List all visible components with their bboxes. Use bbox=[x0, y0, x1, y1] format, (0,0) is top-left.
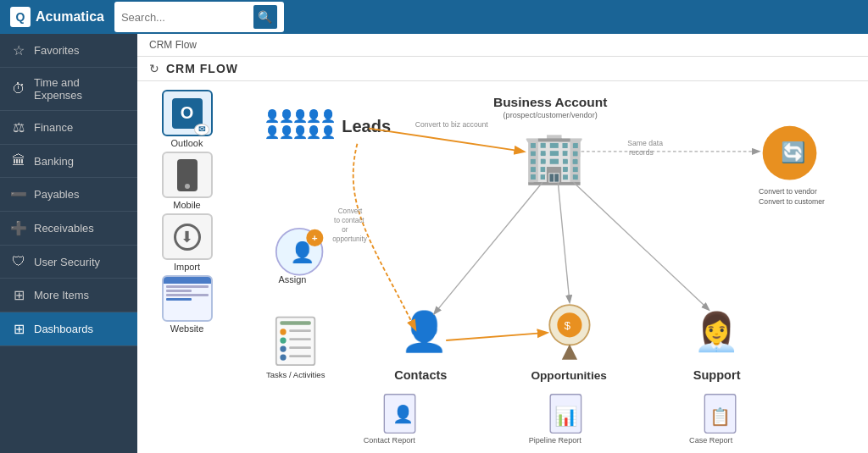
mobile-home-button bbox=[185, 184, 190, 189]
mobile-label: Mobile bbox=[173, 200, 200, 210]
convert-contact-label-1: Convert bbox=[338, 207, 363, 215]
leads-label: Leads bbox=[342, 117, 391, 135]
opportunities-label: Opportunities bbox=[531, 369, 607, 382]
page-title: CRM FLOW bbox=[166, 62, 238, 75]
search-bar: 🔍 bbox=[114, 2, 284, 32]
sidebar-label-user-security: User Security bbox=[34, 256, 100, 268]
user-security-icon: 🛡 bbox=[10, 254, 27, 269]
task-dot-2 bbox=[280, 337, 286, 343]
biz-account-title: Business Account bbox=[493, 95, 607, 109]
task-dot-1 bbox=[280, 329, 286, 334]
contact-report-label: Contact Report bbox=[364, 436, 416, 445]
task-line-4 bbox=[289, 355, 311, 357]
contacts-label: Contacts bbox=[394, 368, 447, 382]
sidebar-label-more-items: More Items bbox=[34, 289, 89, 301]
import-label: Import bbox=[174, 262, 200, 272]
sidebar-label-favorites: Favorites bbox=[34, 44, 79, 57]
task-line-2 bbox=[289, 338, 311, 340]
tasks-title-bar bbox=[280, 321, 310, 325]
convert-biz-label: Convert to biz account bbox=[415, 120, 489, 129]
banking-icon: 🏛 bbox=[10, 153, 27, 168]
import-icon: ⬇ bbox=[162, 213, 213, 260]
convert-contact-label-3: or bbox=[342, 226, 348, 234]
content-area: CRM Flow ↻ CRM FLOW O ✉ bbox=[137, 34, 868, 453]
sidebar-item-finance[interactable]: ⚖ Finance bbox=[0, 111, 137, 145]
biz-to-support-arrow bbox=[573, 182, 708, 309]
contacts-to-opps-arrow bbox=[446, 333, 546, 340]
favorites-icon: ☆ bbox=[10, 42, 27, 58]
sidebar-item-favorites[interactable]: ☆ Favorites bbox=[0, 34, 137, 68]
sidebar-item-payables[interactable]: ➖ Payables bbox=[0, 178, 137, 212]
convert-contact-label-2: to contact bbox=[334, 217, 364, 224]
biz-to-opps-arrow bbox=[558, 182, 570, 301]
vendor-label-2: Convert to customer bbox=[759, 197, 825, 206]
opp-dollar-icon: $ bbox=[565, 319, 571, 332]
payables-icon: ➖ bbox=[10, 186, 27, 202]
person-icon-5: 👤 bbox=[320, 108, 337, 124]
crm-flow-svg: 👤 👤 👤 👤 👤 👤 👤 👤 👤 👤 Leads 👤 bbox=[223, 90, 854, 445]
more-items-icon: ⊞ bbox=[10, 287, 27, 303]
sidebar-item-more-items[interactable]: ⊞ More Items bbox=[0, 279, 137, 312]
finance-icon: ⚖ bbox=[10, 119, 27, 135]
sidebar-item-time-expenses[interactable]: ⏱ Time and Expenses bbox=[0, 68, 137, 111]
person-icon-10: 👤 bbox=[320, 124, 337, 140]
sidebar-label-receivables: Receivables bbox=[34, 222, 94, 235]
support-person-icon: 👩‍💼 bbox=[693, 310, 740, 354]
outlook-icon-box[interactable]: O ✉ Outlook bbox=[151, 90, 223, 148]
assign-label: Assign bbox=[279, 274, 307, 285]
website-line-1 bbox=[166, 285, 209, 288]
search-button[interactable]: 🔍 bbox=[253, 5, 277, 29]
website-header-bar bbox=[164, 277, 211, 284]
sidebar-label-payables: Payables bbox=[34, 188, 79, 201]
import-icon-box[interactable]: ⬇ Import bbox=[151, 213, 223, 272]
download-shape: ⬇ bbox=[174, 224, 201, 251]
mobile-shape bbox=[177, 159, 198, 191]
contact-report-icon-person: 👤 bbox=[392, 404, 414, 424]
convert-contact-label-4: opportunity bbox=[332, 235, 367, 243]
sidebar-label-time-expenses: Time and Expenses bbox=[34, 76, 127, 102]
search-input[interactable] bbox=[121, 11, 248, 24]
refresh-button[interactable]: ↻ bbox=[149, 62, 159, 75]
breadcrumb: CRM Flow bbox=[137, 34, 868, 57]
left-icons-panel: O ✉ Outlook Mobile bbox=[151, 90, 223, 334]
outlook-envelope: ✉ bbox=[194, 124, 209, 135]
website-line-3 bbox=[166, 294, 209, 296]
page-header: ↻ CRM FLOW bbox=[137, 57, 868, 81]
tasks-label: Tasks / Activities bbox=[266, 370, 326, 379]
diagram-wrapper: O ✉ Outlook Mobile bbox=[151, 90, 854, 445]
outlook-icon: O ✉ bbox=[162, 90, 213, 136]
sidebar-item-receivables[interactable]: ➕ Receivables bbox=[0, 212, 137, 246]
mobile-icon-box[interactable]: Mobile bbox=[151, 152, 223, 210]
website-icon-box[interactable]: Website bbox=[151, 275, 223, 334]
website-content bbox=[164, 284, 211, 320]
sidebar-label-dashboards: Dashboards bbox=[34, 323, 93, 335]
sidebar-item-banking[interactable]: 🏛 Banking bbox=[0, 145, 137, 178]
task-dot-3 bbox=[280, 345, 286, 351]
dashboards-icon: ⊞ bbox=[10, 321, 27, 337]
website-line-2 bbox=[166, 290, 192, 292]
logo-text: Acumatica bbox=[36, 9, 104, 25]
logo-area: Q Acumatica bbox=[10, 7, 104, 27]
logo-icon: Q bbox=[10, 7, 31, 27]
task-line-3 bbox=[289, 346, 311, 349]
leads-to-biz-arrow bbox=[369, 129, 523, 152]
sidebar-item-user-security[interactable]: 🛡 User Security bbox=[0, 246, 137, 279]
mobile-icon bbox=[162, 152, 213, 198]
pipeline-chart-icon: 📊 bbox=[554, 405, 578, 428]
biz-to-contacts-arrow bbox=[435, 182, 543, 313]
case-report-doc-icon: 📋 bbox=[709, 406, 731, 427]
website-icon bbox=[162, 275, 213, 322]
sidebar-item-dashboards[interactable]: ⊞ Dashboards bbox=[0, 312, 137, 346]
outlook-inner: O ✉ bbox=[172, 98, 203, 129]
opp-pin-point bbox=[562, 345, 577, 360]
task-dot-4 bbox=[280, 354, 286, 360]
topbar: Q Acumatica 🔍 bbox=[0, 0, 868, 34]
task-line-1 bbox=[289, 329, 311, 332]
sidebar-label-finance: Finance bbox=[34, 121, 73, 134]
contacts-person-icon: 👤 bbox=[400, 308, 448, 355]
assign-plus-text: + bbox=[312, 232, 318, 244]
same-data-label-1: Same data bbox=[627, 139, 663, 147]
receivables-icon: ➕ bbox=[10, 220, 27, 236]
diagram-area: O ✉ Outlook Mobile bbox=[137, 81, 868, 453]
time-expenses-icon: ⏱ bbox=[10, 81, 27, 97]
